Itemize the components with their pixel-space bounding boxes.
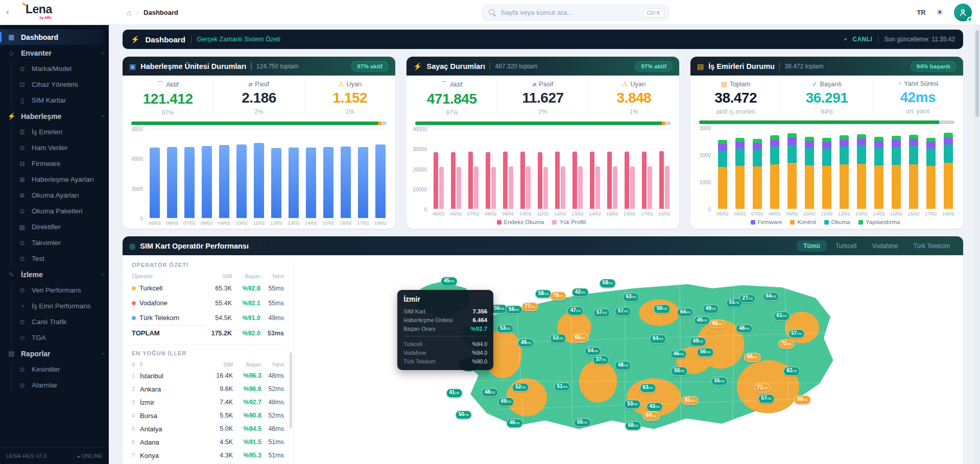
- sidebar-item-label: Haberleşme Ayarları: [32, 176, 94, 183]
- latency-unit: ms: [581, 336, 585, 340]
- response-time: 48ms: [261, 399, 284, 406]
- sidebar-item-veri-performans[interactable]: ⊙Veri Performans: [12, 282, 109, 298]
- sidebar-item-haberleşme-ayarları[interactable]: ⊞Haberleşme Ayarları: [12, 172, 109, 187]
- sidebar-item-direktifler[interactable]: ▤Direktifler: [12, 219, 109, 235]
- stat-subvalue: 97%: [162, 109, 174, 116]
- sidebar-item-marka-model[interactable]: ⊙Marka/Model: [12, 61, 109, 77]
- sidebar-item-okuma-paketleri[interactable]: ⊙Okuma Paketleri: [12, 203, 109, 219]
- sidebar-group: ⊙Marka/Model⊡Cihaz Yönetimi▯SIM Kartlar: [11, 61, 109, 108]
- sidebar-item-tga[interactable]: ◇TGA: [12, 330, 109, 346]
- x-tick-label: 08/02: [482, 211, 499, 216]
- turkey-map[interactable]: 45ms58ms78ms42ms58ms63ms51ms27ms64ms56ms…: [294, 255, 963, 464]
- col-header: Yanıt: [261, 360, 284, 369]
- bar-segment-yapılandırma: [735, 138, 745, 142]
- bar-segment-firmware: [753, 143, 762, 150]
- meter-bolt-icon: ⚡: [413, 62, 422, 70]
- sidebar-item-sim-kartlar[interactable]: ▯SIM Kartlar: [12, 92, 109, 108]
- directives-icon: ▤: [18, 224, 27, 231]
- latency-value: 51: [557, 383, 562, 389]
- bar: [306, 148, 316, 218]
- bar-segment-yapılandırma: [805, 137, 815, 141]
- bar-slot: [181, 129, 198, 218]
- sidebar-item-i-zleme[interactable]: ∿İzleme›: [0, 266, 109, 282]
- latency-badge: 56ms: [697, 348, 713, 357]
- sidebar-item-firmware[interactable]: ⊟Firmware: [12, 156, 109, 172]
- bar-segment-kontrol: [840, 164, 849, 209]
- bar-segment-firmware: [840, 140, 849, 147]
- home-icon[interactable]: ⌂: [127, 8, 131, 17]
- latency-value: 81: [685, 397, 690, 403]
- x-tick-label: 13/02: [569, 211, 586, 216]
- x-tick-label: 16/02: [905, 211, 922, 216]
- sidebar-item-alarmlar[interactable]: ⊙Alarmlar: [12, 377, 109, 393]
- progress-segment: [665, 121, 671, 125]
- latency-badge: 58ms: [625, 421, 641, 430]
- sidebar-item-i-ş-emirleri[interactable]: ☰İş Emirleri: [12, 124, 109, 140]
- sidebar-item-dashboard[interactable]: ▦Dashboard: [0, 29, 105, 45]
- city-name: Adana: [140, 435, 209, 449]
- latency-badge: 47ms: [567, 306, 584, 315]
- success-rate: %91.0: [232, 314, 260, 322]
- window-scrollbar[interactable]: [974, 25, 980, 464]
- operator-name: Turkcell: [132, 281, 205, 296]
- sidebar-item-okuma-ayarları[interactable]: ⚙Okuma Ayarları: [12, 187, 109, 203]
- language-switcher[interactable]: TR: [917, 9, 925, 16]
- reading-packages-icon: ⊙: [18, 208, 27, 215]
- latency-value: 58: [538, 290, 544, 296]
- sidebar-item-label: Ham Veriler: [32, 144, 68, 152]
- bar-slot: [783, 128, 801, 209]
- stat-toplam: ▤Toplam38.472aktif iş emirleri: [690, 80, 781, 115]
- bar-segment-okuma: [805, 148, 815, 165]
- collapse-sidebar-chevron[interactable]: ‹: [6, 7, 9, 17]
- legend-swatch: [824, 220, 829, 225]
- warning-icon: ⚠: [338, 80, 344, 88]
- logo[interactable]: Lena by ARL: [19, 4, 52, 19]
- sidebar-footer: LENA HES v2.0 ●ONLINE: [0, 447, 109, 464]
- scrollbar-thumb[interactable]: [975, 30, 979, 117]
- bar-slot: [749, 128, 766, 209]
- col-header: #: [132, 360, 140, 369]
- sidebar-item-i-ş-emri-performans[interactable]: ◔İş Emri Performans: [12, 298, 109, 314]
- sidebar-item-takvimler[interactable]: ⊙Takvimler: [12, 235, 109, 251]
- sidebar-item-raporlar[interactable]: ▤Raporlar›: [0, 346, 109, 361]
- success-rate: %96.6: [233, 385, 261, 393]
- filter-türk-telekom[interactable]: Türk Telekom: [906, 240, 957, 252]
- user-avatar[interactable]: [954, 4, 972, 21]
- y-tick-label: 9000: [132, 127, 143, 132]
- latency-value: 27: [743, 295, 748, 301]
- x-tick-label: 11/02: [818, 211, 835, 216]
- sidebar-item-cihaz-yönetimi[interactable]: ⊡Cihaz Yönetimi: [12, 77, 109, 92]
- latency-unit: ms: [633, 402, 637, 406]
- stat-subvalue: 94%: [821, 108, 833, 115]
- bar-segment-yapılandırma: [822, 138, 832, 142]
- x-tick-label: 14/02: [870, 211, 888, 216]
- sidebar-item-kesintiler[interactable]: ⊙Kesintiler: [12, 361, 109, 377]
- bar: [271, 148, 281, 218]
- city-name: Mersin: [140, 462, 209, 464]
- reading-settings-icon: ⚙: [18, 192, 27, 199]
- filter-turkcell[interactable]: Turkcell: [829, 240, 864, 252]
- search-input[interactable]: Sayfa veya komut ara... Ctrl K: [482, 5, 669, 20]
- row-index: 4: [132, 412, 140, 419]
- theme-toggle-sun-icon[interactable]: ☀: [936, 7, 944, 18]
- card-subtitle: 124.750 toplam: [256, 63, 299, 70]
- bar-segment-okuma: [857, 145, 867, 163]
- filter-vodafone[interactable]: Vodafone: [865, 240, 904, 252]
- tooltip-row: SIM Kart7.356: [403, 307, 487, 315]
- panel-scrollbar[interactable]: [290, 352, 292, 429]
- x-tick-label: 13/02: [853, 211, 870, 216]
- success-rate: %96.3: [233, 372, 261, 379]
- stat-value: 36.291: [806, 90, 848, 106]
- sidebar-item-envanter[interactable]: ◇Envanter›: [0, 45, 109, 61]
- sidebar-item-ham-veriler[interactable]: ⊙Ham Veriler: [12, 140, 109, 156]
- x-tick-label: 07/02: [181, 220, 198, 226]
- sidebar-item-canlı-trafik[interactable]: ⊙Canlı Trafik: [12, 314, 109, 330]
- sidebar-item-test[interactable]: ⊙Test: [12, 251, 109, 266]
- sidebar-item-haberleşme[interactable]: ⚡Haberleşme›: [0, 108, 109, 124]
- filter-tümü[interactable]: Tümü: [797, 240, 827, 252]
- col-header: SIM: [205, 272, 232, 281]
- response-time: 52ms: [261, 412, 284, 419]
- bar-slot: [940, 128, 957, 209]
- latency-unit: ms: [515, 421, 520, 425]
- latency-value: 49: [706, 306, 711, 311]
